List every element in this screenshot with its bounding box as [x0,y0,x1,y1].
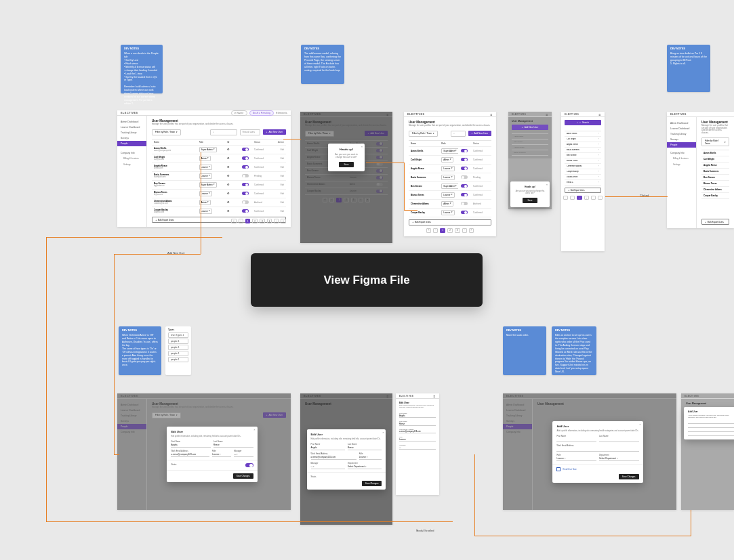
table-row[interactable]: Aaron Shells› [565,131,601,137]
last-name-field[interactable]: Reese [399,423,436,426]
menu-icon[interactable]: ≡ [434,394,436,398]
dept-select[interactable]: Select Department [599,456,639,461]
live-toggle[interactable] [461,175,470,179]
edit-link[interactable]: Edit [273,166,284,169]
role-select[interactable]: Learner [441,192,454,198]
edit-link[interactable]: Edit [273,184,284,186]
live-toggle[interactable] [461,158,470,161]
table-row[interactable]: Bianca Torresbt@co.comLearnerConfirmedEd… [152,190,286,198]
gear-icon[interactable] [227,201,239,204]
live-toggle[interactable] [242,192,251,195]
elements-link[interactable]: Elements [276,112,287,114]
sidebar-item-company-info[interactable]: Company Info [117,150,146,156]
table-row[interactable]: Ben Greenebg@notes.coSuper AdminConfirme… [152,181,286,190]
sidebar-item-people[interactable]: People [117,141,146,146]
live-toggle[interactable] [461,211,470,214]
table-row[interactable]: Carl Wright [701,156,729,163]
save-button[interactable]: Save Changes [233,473,253,479]
email-field[interactable]: a.reese@company123.com [399,431,436,433]
table-row[interactable]: Cooper Baxley› [565,169,601,175]
table-row[interactable]: Angela Reesear@co.comLearnerConfirmedEdi… [152,163,286,172]
sidebar-item-tracking-library[interactable]: Tracking Library [117,130,146,135]
view-figma-file-button[interactable]: View Figma File [251,253,483,307]
sidebar-item-billing[interactable]: Billing & Invoices [117,156,146,162]
gear-icon[interactable] [227,157,239,160]
role-select[interactable]: Super Admin [441,184,458,189]
add-user-button[interactable]: ⌕ Search [565,120,601,125]
sidebar-item-company-info[interactable]: Company Info [667,150,696,156]
sidebar-item-learner-dashboard[interactable]: Learner Dashboard [667,126,696,131]
role-select[interactable] [688,433,734,436]
first-name-field[interactable]: Angela [399,414,436,418]
edit-link[interactable]: Edit [273,157,284,160]
live-toggle[interactable] [242,148,251,151]
role-select[interactable]: Learner [556,456,596,461]
table-row[interactable]: Cooper Baxleycop@co.comLearnerConfirmedE… [152,207,286,215]
table-row[interactable]: Dakota Smith› [565,175,601,180]
edit-link[interactable]: Edit [273,148,284,151]
role-select[interactable]: Admin [441,201,453,207]
dept-select[interactable]: Select Department [348,465,382,469]
close-icon[interactable]: × [546,183,548,186]
role-select[interactable]: Learner [359,455,382,460]
table-row[interactable]: Basia Summers [701,169,729,175]
gear-icon[interactable] [227,175,239,177]
gear-icon[interactable] [227,210,239,213]
add-user-button[interactable]: Add New User [512,125,548,130]
table-row[interactable]: Ben GreeneSuper AdminConfirmed [409,182,491,191]
first-name-field[interactable] [556,437,596,442]
table-row[interactable]: Bianca Torres [701,181,729,187]
export-button[interactable]: Bulk Export Users [565,188,601,193]
first-name-field[interactable] [688,421,734,424]
role-select[interactable]: Admin [441,157,453,163]
add-user-button[interactable]: Add New User [263,129,286,135]
edit-link[interactable]: Edit [273,201,284,204]
table-row[interactable]: Aaron ShellsSuper AdminConfirmed [409,147,491,156]
live-toggle[interactable] [242,209,251,213]
sidebar-item-learner-dashboard[interactable]: Learner Dashboard [117,125,146,130]
live-toggle[interactable] [461,193,470,196]
search-input[interactable]: ⌕ [210,129,237,135]
table-row[interactable]: Angela ReeseLearnerConfirmed [409,165,491,173]
email-field[interactable] [556,447,638,452]
table-row[interactable]: Clementine Adams [701,187,729,193]
table-row[interactable]: Aaron Shellsaaron@company.comSuper Admin… [152,146,286,154]
sidebar-item-tracking-library[interactable]: Tracking Library [667,131,696,137]
close-icon[interactable]: × [253,428,255,431]
email-field[interactable] [688,429,734,432]
sidebar-item-settings[interactable]: Settings [667,163,696,168]
add-user-button[interactable]: Add New User [468,131,491,136]
email-now-checkbox[interactable] [556,467,560,471]
live-toggle[interactable] [242,183,251,186]
last-name-field[interactable] [688,425,734,428]
first-name-field[interactable]: Angela [311,446,345,450]
manager-select[interactable]: — [311,465,345,469]
role-select[interactable]: Super Admin [199,147,217,152]
first-name-field[interactable]: Angela [171,443,211,448]
pagination[interactable]: «‹12›» [565,196,601,200]
table-row[interactable]: Clementine AdamsAdminArchived [409,200,491,209]
filter-button[interactable]: Filter by Role / Team [701,137,729,146]
last-name-field[interactable] [599,437,639,442]
live-toggle[interactable] [242,156,251,160]
live-toggle[interactable] [242,174,251,177]
table-row[interactable]: Ben Greene [701,175,729,181]
pagination[interactable]: «‹1234›» [152,219,286,223]
sidebar-item-admin-dashboard[interactable]: Admin Dashboard [117,119,146,125]
email-field[interactable]: a.reese@company123.com [171,452,209,457]
close-icon[interactable]: × [639,423,640,426]
table-row[interactable]: Carl Wrightcarl@co.comAdminConfirmedEdit [152,154,286,163]
gear-icon[interactable] [227,166,239,169]
role-select[interactable]: Super Admin [441,148,458,154]
menu-icon[interactable]: ≡ [546,112,548,116]
edit-link[interactable]: Edit [273,192,284,195]
last-name-field[interactable]: Reese [348,446,382,450]
table-row[interactable]: Clementine Adams› [565,164,601,169]
table-row[interactable]: Carl WrightAdminConfirmed [409,156,491,165]
sidebar-item-surveys[interactable]: Surveys [667,137,696,142]
filter-button[interactable]: Filter by Role / Team [152,129,181,135]
table-row[interactable]: Basia Summers› [565,148,601,153]
gear-icon[interactable] [227,148,239,151]
sidebar-item-admin-dashboard[interactable]: Admin Dashboard [667,121,696,126]
save-button[interactable]: Save [523,198,538,203]
